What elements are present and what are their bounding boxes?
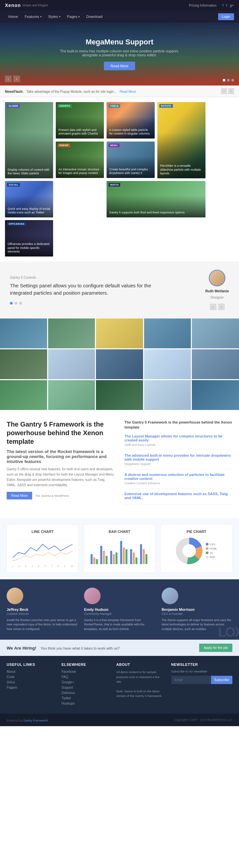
nav-item-styles[interactable]: Styles ▾ <box>45 10 64 23</box>
newsflash-read-more[interactable]: Read More <box>120 90 136 93</box>
feature-4: Extensive use of development features su… <box>125 492 232 504</box>
hero-dot-3[interactable] <box>231 79 234 82</box>
feature-3-title: A diverse and numerous selection of part… <box>125 473 232 480</box>
hero-prev-button[interactable]: ‹ <box>5 75 11 82</box>
photo-1 <box>0 318 47 348</box>
login-button[interactable]: Login <box>218 13 234 20</box>
photo-9 <box>144 349 191 379</box>
footer-col-elsewhere: ELSEWHERE Facebook FAQ Google+ Support D… <box>61 662 109 707</box>
card-popup[interactable]: POPUP An interactive mosaic structure fo… <box>56 142 104 178</box>
team-name-jeff: Jeffrey Beck <box>7 608 28 612</box>
testimonial-dot-1[interactable] <box>10 302 12 305</box>
pricing-link[interactable]: Pricing Information <box>189 4 216 7</box>
grid-section: SLIDER Display volumes of content with t… <box>0 97 239 261</box>
card-offcanvas[interactable]: OFFCANVAS Offcanvas provides a dedicated… <box>5 220 53 256</box>
bar-4a <box>120 541 122 564</box>
card-width[interactable]: WIDTH Gantry 5 supports both fluid and f… <box>107 181 206 217</box>
photo-14 <box>144 380 191 410</box>
bar-chart-title: BAR CHART <box>89 530 150 534</box>
feature-3-label: Creative Content Solutions <box>125 482 232 485</box>
footer-link-pagem[interactable]: Pagem <box>7 686 55 689</box>
card-charts[interactable]: CHARTS Present data with stylish and ani… <box>56 102 104 138</box>
testimonial-section: Gantry 5 Controls The Settings panel all… <box>0 261 239 318</box>
x-label-4: 4 <box>31 565 33 567</box>
apply-button[interactable]: Apply for the job <box>199 644 232 652</box>
footer-newsletter-title: NEWSLETTER <box>171 662 232 666</box>
bar-chart-box: BAR CHART <box>84 524 156 573</box>
nav-item-download[interactable]: Download <box>83 10 106 23</box>
photo-10 <box>192 349 239 379</box>
legend-php: PHP <box>206 556 217 559</box>
footer-link-support[interactable]: Support <box>61 686 109 689</box>
bar-3a <box>110 551 112 564</box>
footer-link-google[interactable]: Google+ <box>61 680 109 684</box>
bar-2c <box>106 556 108 564</box>
facebook-icon[interactable]: f <box>222 3 223 7</box>
nav-item-home[interactable]: Home <box>5 10 21 23</box>
card-charts-text: Present data with stylish and animated g… <box>58 128 101 136</box>
testimonial-next-button[interactable]: › <box>218 304 225 310</box>
bar-2a <box>100 546 102 564</box>
footer-link-hookups[interactable]: Hookups <box>61 702 109 705</box>
footer-link-curie[interactable]: Curie <box>7 675 55 679</box>
x-label-8: 8 <box>57 565 59 567</box>
footer-link-about[interactable]: About <box>7 670 55 674</box>
card-rotate[interactable]: ROTATE FlexSlider is a versatile slidesh… <box>157 102 206 178</box>
hero-dot-1[interactable] <box>223 79 225 82</box>
bar-1a <box>90 554 92 564</box>
twitter-icon[interactable]: t <box>226 3 227 7</box>
card-menu[interactable]: MENU Create beautiful and complex dropdo… <box>107 142 155 178</box>
footer-about-title: ABOUT <box>116 662 164 666</box>
testimonial-dot-3[interactable] <box>19 302 22 305</box>
photo-grid <box>0 318 239 410</box>
card-offcanvas-label: OFFCANVAS <box>7 222 26 226</box>
footer-link-twitter[interactable]: Twitter <box>61 696 109 700</box>
footer-link-faq[interactable]: FAQ <box>61 675 109 679</box>
nav-items: Home Features ▾ Styles ▾ Pages ▾ Downloa… <box>5 10 106 23</box>
legend-css: CSS <box>206 543 217 546</box>
team-bio-jeff: Install the Rocket.Launcher onto your se… <box>7 618 77 632</box>
card-charts-label: CHARTS <box>58 104 72 108</box>
team-section: Jeffrey Beck Creative Director Install t… <box>0 579 239 640</box>
card-width-text: Gantry 5 supports both fluid and fixed r… <box>109 211 203 215</box>
photo-8 <box>96 349 143 379</box>
footer-link-delicious[interactable]: Delicious <box>61 691 109 695</box>
about-title: The Gantry 5 Framework is the powerhouse… <box>7 420 114 446</box>
hero-read-more-button[interactable]: Read More <box>104 62 135 70</box>
hiring-bold-text: We Are Hiring! <box>7 646 36 651</box>
team-card-ben: Benjamin Morrison CEO & Founder The them… <box>162 588 232 632</box>
footer-link-facebook[interactable]: Facebook <box>61 670 109 674</box>
card-slider-label: SLIDER <box>7 104 20 108</box>
footer: USEFUL LINKS About Curie Sirius Pagem EL… <box>0 656 239 714</box>
card-slider[interactable]: SLIDER Display volumes of content with t… <box>5 102 53 178</box>
photo-4 <box>144 318 191 348</box>
powered-link[interactable]: Gantry Framework <box>23 719 48 722</box>
newsletter-email-input[interactable] <box>171 676 211 684</box>
footer-link-sirius[interactable]: Sirius <box>7 680 55 684</box>
newsletter-subscribe-button[interactable]: Subscribe <box>211 676 232 684</box>
card-popup-text: An interactive mosaic structure for imag… <box>58 168 101 175</box>
line-chart-title: LINE CHART <box>12 530 73 534</box>
newsflash-next-button[interactable]: › <box>228 88 234 94</box>
testimonial-dot-2[interactable] <box>15 302 17 305</box>
nav-item-pages[interactable]: Pages ▾ <box>64 10 83 23</box>
nav-item-features[interactable]: Features ▾ <box>21 10 45 23</box>
bar-3b <box>113 554 115 564</box>
card-table[interactable]: TABLE A custom styled table particle for… <box>107 102 155 138</box>
feature-2-title: The advanced built-in menu provides for … <box>125 454 232 461</box>
testimonial-prev-button[interactable]: ‹ <box>210 304 216 310</box>
testimonial-name: Ruth Mellanie <box>205 289 229 293</box>
photo-5 <box>192 318 239 348</box>
card-rotate-label: ROTATE <box>159 104 173 108</box>
card-social[interactable]: SOCIAL Quick and easy display of social … <box>5 181 53 217</box>
hero-next-button[interactable]: › <box>13 75 20 82</box>
googleplus-icon[interactable]: g+ <box>230 3 234 7</box>
team-role-emily: Community Manager <box>84 612 112 616</box>
hero-dot-2[interactable] <box>227 79 230 82</box>
about-right-intro: The Gantry 5 Framework is the powerhouse… <box>125 420 232 430</box>
pie-chart-box: PIE CHART CSS HTML <box>160 524 232 573</box>
copyright: Copyright © 2007 - 2018 RocketTheme LLC <box>174 718 232 721</box>
read-more-button[interactable]: Read More <box>7 492 32 499</box>
x-label-1: 1 <box>12 565 13 567</box>
newsflash-prev-button[interactable]: ‹ <box>221 88 227 94</box>
